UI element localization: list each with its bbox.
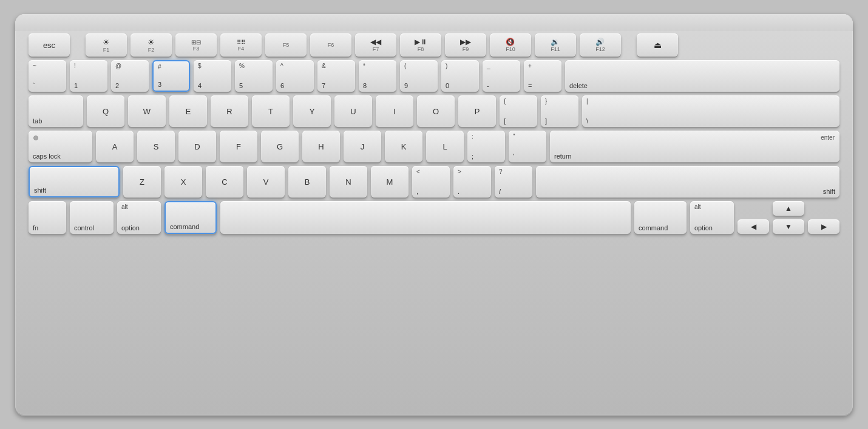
key-n[interactable]: N (330, 166, 367, 197)
key-2[interactable]: @ 2 (111, 60, 149, 92)
key-f12[interactable]: 🔊 F12 (580, 33, 621, 57)
key-f6[interactable]: F6 (310, 33, 351, 57)
key-k[interactable]: K (385, 131, 422, 162)
key-s[interactable]: S (137, 131, 175, 162)
key-comma[interactable]: < , (412, 166, 450, 197)
key-period[interactable]: > . (453, 166, 491, 197)
key-f[interactable]: F (220, 131, 257, 162)
key-d[interactable]: D (178, 131, 216, 162)
key-semicolon[interactable]: : ; (467, 131, 505, 162)
key-equals[interactable]: + = (524, 60, 561, 92)
key-shift-left[interactable]: shift (29, 166, 120, 197)
key-b[interactable]: B (288, 166, 326, 197)
zxcv-row: shift Z X C V B N M < (29, 166, 839, 197)
key-quote[interactable]: " ' (509, 131, 546, 162)
key-9[interactable]: ( 9 (400, 60, 438, 92)
key-j[interactable]: J (344, 131, 381, 162)
key-esc[interactable]: esc (29, 33, 70, 57)
key-y[interactable]: Y (293, 95, 331, 127)
key-tab[interactable]: tab (29, 95, 83, 127)
qwerty-row: tab Q W E R T Y U I (29, 95, 839, 127)
keyboard: esc ☀ F1 ☀ F2 ⊞⊟ F3 (15, 14, 853, 415)
key-f7[interactable]: ◀◀ F7 (355, 33, 396, 57)
key-o[interactable]: O (417, 95, 455, 127)
key-r[interactable]: R (211, 95, 248, 127)
key-1[interactable]: ! 1 (70, 60, 107, 92)
key-x[interactable]: X (164, 166, 202, 197)
key-f3[interactable]: ⊞⊟ F3 (175, 33, 217, 57)
key-w[interactable]: W (128, 95, 166, 127)
key-m[interactable]: M (371, 166, 409, 197)
key-u[interactable]: U (334, 95, 372, 127)
key-bracket-close[interactable]: } ] (541, 95, 578, 127)
key-z[interactable]: Z (123, 166, 161, 197)
key-slash[interactable]: ? / (495, 166, 532, 197)
key-8[interactable]: * 8 (359, 60, 396, 92)
key-5[interactable]: % 5 (235, 60, 273, 92)
key-g[interactable]: G (261, 131, 299, 162)
key-f1[interactable]: ☀ F1 (86, 33, 127, 57)
key-e[interactable]: E (169, 95, 207, 127)
key-f10[interactable]: 🔇 F10 (490, 33, 531, 57)
function-row: esc ☀ F1 ☀ F2 ⊞⊟ F3 (29, 33, 839, 57)
key-6[interactable]: ^ 6 (276, 60, 314, 92)
key-3[interactable]: # 3 (152, 60, 190, 92)
key-arrow-down[interactable]: ▼ (773, 219, 804, 234)
key-fn[interactable]: fn (29, 201, 66, 234)
key-backslash[interactable]: | \ (582, 95, 839, 127)
key-capslock[interactable]: caps lock (29, 131, 92, 162)
key-i[interactable]: I (376, 95, 413, 127)
key-space[interactable] (220, 201, 631, 234)
key-shift-right[interactable]: shift (536, 166, 839, 197)
bottom-row: fn control alt option command command al… (29, 201, 839, 234)
key-command-left[interactable]: command (164, 201, 217, 234)
key-a[interactable]: A (96, 131, 134, 162)
key-option-left[interactable]: alt option (117, 201, 161, 234)
number-row: ~ ` ! 1 @ 2 # 3 $ 4 % 5 (29, 60, 839, 92)
key-command-right[interactable]: command (634, 201, 687, 234)
key-option-right[interactable]: alt option (690, 201, 734, 234)
key-p[interactable]: P (458, 95, 496, 127)
key-4[interactable]: $ 4 (194, 60, 231, 92)
key-f2[interactable]: ☀ F2 (131, 33, 172, 57)
key-backtick[interactable]: ~ ` (29, 60, 66, 92)
key-f11[interactable]: 🔉 F11 (535, 33, 576, 57)
key-q[interactable]: Q (87, 95, 124, 127)
key-enter[interactable]: enter return (550, 131, 839, 162)
key-minus[interactable]: _ - (483, 60, 520, 92)
arrow-keys-group: ▲ ◀ ▼ ▶ (737, 201, 839, 234)
key-arrow-right[interactable]: ▶ (808, 219, 839, 234)
key-7[interactable]: & 7 (317, 60, 355, 92)
key-f9[interactable]: ▶▶ F9 (445, 33, 486, 57)
asdf-row: caps lock A S D F G H J (29, 131, 839, 162)
key-v[interactable]: V (247, 166, 285, 197)
key-arrow-left[interactable]: ◀ (737, 219, 769, 234)
key-f5[interactable]: F5 (265, 33, 307, 57)
key-arrow-up[interactable]: ▲ (773, 201, 804, 216)
arrow-top-row: ▲ (737, 201, 839, 216)
arrow-bottom-row: ◀ ▼ ▶ (737, 219, 839, 234)
key-t[interactable]: T (252, 95, 290, 127)
key-f4[interactable]: ⠿⠿ F4 (220, 33, 262, 57)
key-c[interactable]: C (206, 166, 243, 197)
key-bracket-open[interactable]: { [ (500, 95, 537, 127)
key-control[interactable]: control (70, 201, 114, 234)
key-l[interactable]: L (426, 131, 464, 162)
key-f8[interactable]: ▶⏸ F8 (400, 33, 441, 57)
key-delete[interactable]: delete (565, 60, 839, 92)
key-h[interactable]: H (302, 131, 340, 162)
key-eject[interactable]: ⏏ (637, 33, 678, 57)
key-0[interactable]: ) 0 (441, 60, 479, 92)
